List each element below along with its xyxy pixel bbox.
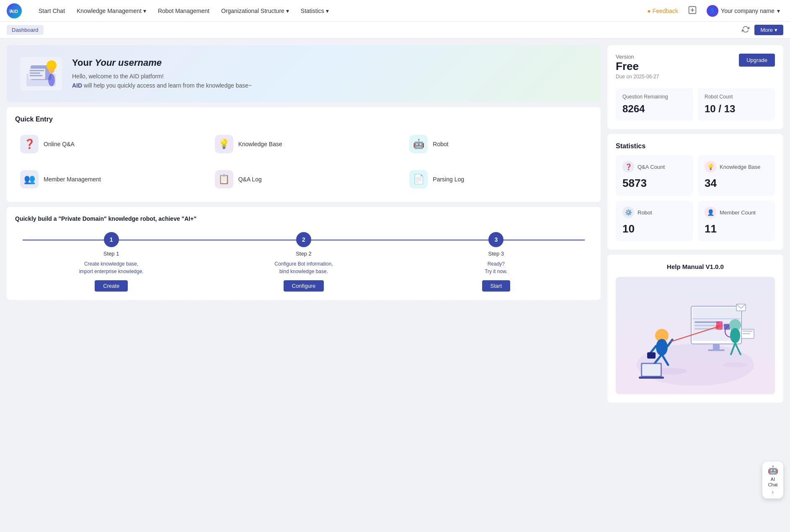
quick-entry-card: Quick Entry ❓ Online Q&A 💡 Knowledge Bas…: [7, 107, 601, 202]
step-1: 1 Step 1 Create knowledge base, import e…: [15, 232, 207, 292]
qa-count-value: 5873: [622, 177, 686, 190]
avatar: 👤: [707, 5, 718, 17]
nav-right: ● Feedback 👤 Your company name ▾: [644, 3, 783, 18]
question-remaining-label: Question Remaining: [622, 94, 686, 100]
tabbar-right: More ▾: [740, 24, 783, 36]
welcome-text: Your Your username Hello, welcome to the…: [72, 57, 252, 90]
member-mgmt-label: Member Management: [44, 176, 101, 183]
logo[interactable]: AID: [7, 3, 23, 18]
version-due: Due on 2025-06-27: [616, 74, 659, 80]
feedback-button[interactable]: ● Feedback: [644, 6, 682, 16]
help-manual-card: Help Manual V1.0.0: [607, 255, 783, 403]
main-layout: Your Your username Hello, welcome to the…: [0, 39, 790, 532]
ai-chat-arrow-icon: ›: [772, 489, 774, 495]
knowledge-base-stat-icon: 💡: [705, 161, 716, 173]
share-icon[interactable]: [687, 4, 698, 17]
stat-qa-count: ❓ Q&A Count 5873: [616, 155, 693, 196]
ai-chat-icon: 🤖: [768, 465, 778, 475]
knowledge-base-stat-label: Knowledge Base: [720, 164, 761, 170]
welcome-username: Your Your username: [72, 57, 252, 68]
step-1-label: Step 1: [103, 251, 119, 257]
svg-rect-10: [30, 70, 44, 71]
nav-statistics[interactable]: Statistics ▾: [296, 5, 334, 17]
parsing-log-icon: 📄: [409, 170, 428, 189]
chevron-down-icon: ▾: [326, 8, 329, 14]
online-qa-icon: ❓: [20, 135, 39, 153]
version-header: Version Free Due on 2025-06-27 Upgrade: [616, 54, 775, 80]
chevron-down-icon: ▾: [775, 27, 777, 33]
stat-kb-header: 💡 Knowledge Base: [705, 161, 768, 173]
step-2-desc: Configure Bot information, bind knowledg…: [274, 260, 333, 275]
step-1-desc: Create knowledge base, import enterprise…: [79, 260, 144, 275]
stat-knowledge-base: 💡 Knowledge Base 34: [698, 155, 775, 196]
step-3-desc: Ready? Try it now.: [485, 260, 507, 275]
configure-button[interactable]: Configure: [284, 280, 324, 292]
stat-member-header: 👤 Member Count: [705, 207, 768, 218]
tab-dashboard[interactable]: Dashboard: [7, 25, 44, 35]
quick-entry-online-qa[interactable]: ❓ Online Q&A: [15, 130, 203, 158]
robot-count-label: Robot Count: [705, 94, 768, 100]
svg-point-7: [48, 74, 55, 86]
version-plan: Free: [616, 60, 659, 73]
refresh-icon[interactable]: [740, 24, 751, 36]
welcome-line1: Hello, welcome to the AID platform!: [72, 72, 252, 81]
robot-stat-label: Robot: [638, 209, 652, 216]
robot-icon: 🤖: [409, 135, 428, 153]
question-remaining-value: 8264: [622, 103, 686, 115]
company-menu[interactable]: 👤 Your company name ▾: [703, 3, 783, 18]
stat-member-count: 👤 Member Count 11: [698, 201, 775, 241]
svg-point-26: [656, 339, 668, 356]
nav-menu: Start Chat Knowledge Management ▾ Robot …: [34, 5, 644, 17]
logo-icon: AID: [7, 3, 22, 18]
knowledge-base-label: Knowledge Base: [238, 141, 282, 147]
more-button[interactable]: More ▾: [754, 25, 783, 35]
plan-stats-row: Question Remaining 8264 Robot Count 10 /…: [616, 88, 775, 121]
quick-entry-qa-log[interactable]: 📋 Q&A Log: [210, 165, 398, 194]
step-3: 3 Step 3 Ready? Try it now. Start: [400, 232, 592, 292]
ai-chat-button[interactable]: 🤖 AIChat ›: [762, 462, 783, 498]
step-2: 2 Step 2 Configure Bot information, bind…: [207, 232, 400, 292]
knowledge-base-icon: 💡: [215, 135, 233, 153]
nav-org-structure[interactable]: Organizational Structure ▾: [216, 5, 294, 17]
nav-start-chat[interactable]: Start Chat: [34, 5, 70, 17]
start-button[interactable]: Start: [482, 280, 510, 292]
build-steps-title: Quickly build a "Private Domain" knowled…: [15, 215, 592, 222]
robot-count-box: Robot Count 10 / 13: [698, 88, 775, 121]
stat-robot: ⚙️ Robot 10: [616, 201, 693, 241]
svg-point-33: [730, 328, 740, 343]
member-count-icon: 👤: [705, 207, 716, 218]
nav-knowledge-management[interactable]: Knowledge Management ▾: [72, 5, 151, 17]
svg-rect-17: [694, 321, 720, 323]
upgrade-button[interactable]: Upgrade: [739, 54, 775, 67]
steps-container: 1 Step 1 Create knowledge base, import e…: [15, 232, 592, 292]
quick-entry-member-management[interactable]: 👥 Member Management: [15, 165, 203, 194]
welcome-card: Your Your username Hello, welcome to the…: [7, 45, 601, 102]
chevron-down-icon: ▾: [286, 8, 289, 14]
quick-entry-title: Quick Entry: [15, 116, 592, 123]
parsing-log-label: Parsing Log: [433, 176, 464, 183]
quick-entry-robot[interactable]: 🤖 Robot: [404, 130, 592, 158]
statistics-grid: ❓ Q&A Count 5873 💡 Knowledge Base 34 ⚙️: [616, 155, 775, 241]
chevron-down-icon: ▾: [143, 8, 146, 14]
version-card: Version Free Due on 2025-06-27 Upgrade Q…: [607, 45, 783, 129]
help-illustration: [616, 277, 775, 394]
quick-entry-parsing-log[interactable]: 📄 Parsing Log: [404, 165, 592, 194]
welcome-illustration: [20, 57, 62, 90]
nav-robot-management[interactable]: Robot Management: [153, 5, 214, 17]
version-label: Version: [616, 54, 659, 60]
robot-label: Robot: [433, 141, 448, 147]
quick-entry-knowledge-base[interactable]: 💡 Knowledge Base: [210, 130, 398, 158]
create-button[interactable]: Create: [95, 280, 128, 292]
welcome-line2: AID will help you quickly access and lea…: [72, 81, 252, 90]
step-3-label: Step 3: [488, 251, 504, 257]
robot-stat-value: 10: [622, 222, 686, 235]
help-manual-title: Help Manual V1.0.0: [616, 263, 775, 270]
qa-log-icon: 📋: [215, 170, 233, 189]
qa-log-label: Q&A Log: [238, 176, 262, 183]
knowledge-base-stat-value: 34: [705, 177, 768, 190]
quick-entry-grid: ❓ Online Q&A 💡 Knowledge Base 🤖 Robot 👥 …: [15, 130, 592, 194]
step-1-circle: 1: [104, 232, 119, 247]
robot-stat-icon: ⚙️: [622, 207, 634, 218]
ai-chat-label: AIChat: [768, 477, 777, 488]
svg-rect-18: [694, 325, 728, 326]
